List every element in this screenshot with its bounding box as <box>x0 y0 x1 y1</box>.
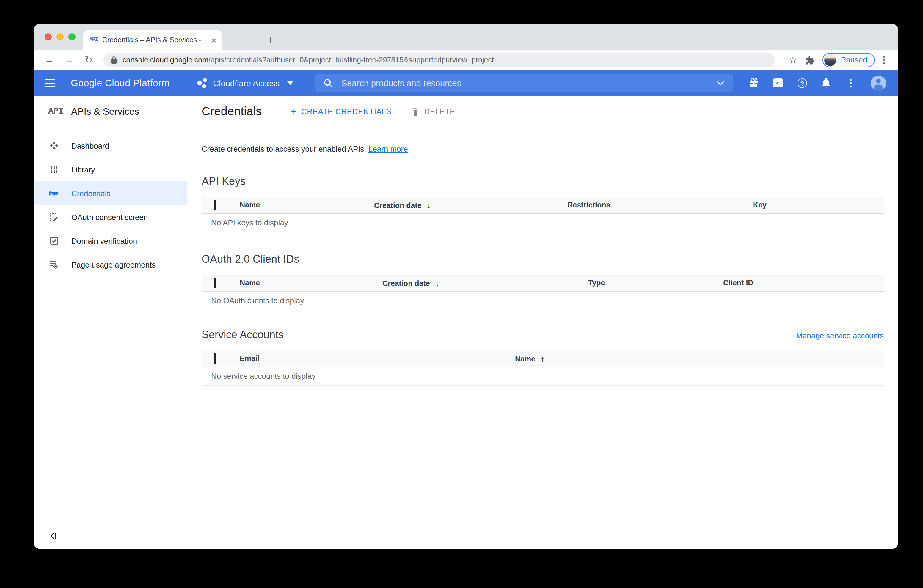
bookmark-star-icon[interactable]: ☆ <box>789 54 797 65</box>
sidebar-item-label: Library <box>71 165 95 174</box>
column-header-creation-date[interactable]: Creation date↓ <box>383 279 588 287</box>
column-header-key[interactable]: Key <box>753 201 884 209</box>
dashboard-icon <box>49 141 59 150</box>
sidebar: API APIs & Services Dashboard Lib <box>34 96 187 549</box>
search-input[interactable] <box>340 77 717 88</box>
sidebar-item-oauth-consent[interactable]: OAuth consent screen <box>34 205 187 229</box>
gcp-search-bar[interactable] <box>315 74 733 92</box>
column-header-name[interactable]: Name <box>240 279 383 287</box>
service-accounts-table-header: Email Name↑ <box>202 350 884 368</box>
api-keys-table: Name Creation date↓ Restrictions Key No … <box>202 197 884 232</box>
column-header-email[interactable]: Email <box>240 354 515 363</box>
back-icon[interactable]: ← <box>42 54 56 65</box>
profile-paused-button[interactable]: Paused <box>823 53 875 67</box>
column-header-restrictions[interactable]: Restrictions <box>567 201 753 209</box>
extensions-puzzle-icon[interactable] <box>805 55 815 64</box>
url-text: console.cloud.google.com/apis/credential… <box>123 56 494 64</box>
gift-icon[interactable] <box>749 78 759 88</box>
oauth-empty-row: No OAuth clients to display <box>202 292 884 310</box>
sidebar-item-page-usage-agreements[interactable]: Page usage agreements <box>34 253 187 276</box>
fullscreen-window-button[interactable] <box>68 33 76 40</box>
page-header: Credentials + CREATE CREDENTIALS DELETE <box>187 96 898 127</box>
gcp-header: Google Cloud Platform Cloudflare Access <box>34 69 898 96</box>
search-icon <box>324 78 333 88</box>
select-all-checkbox[interactable] <box>214 278 216 288</box>
address-bar[interactable]: console.cloud.google.com/apis/credential… <box>103 53 775 67</box>
gcp-brand[interactable]: Google Cloud Platform <box>71 77 169 88</box>
library-icon <box>49 165 59 174</box>
service-accounts-table: Email Name↑ No service accounts to displ… <box>202 350 884 386</box>
sort-asc-arrow-icon: ↑ <box>540 354 544 363</box>
agreements-list-gear-icon <box>49 260 59 269</box>
project-name: Cloudflare Access <box>213 78 279 88</box>
collapse-sidebar-icon[interactable] <box>49 532 57 540</box>
close-window-button[interactable] <box>44 33 52 40</box>
project-selector[interactable]: Cloudflare Access <box>197 77 293 88</box>
service-accounts-heading: Service Accounts <box>202 328 284 342</box>
account-avatar[interactable] <box>870 75 886 91</box>
caret-down-icon <box>287 81 293 85</box>
trash-icon <box>412 107 419 116</box>
browser-tab[interactable]: API Credentials – APIs & Services - × <box>83 30 222 50</box>
sidebar-menu: Dashboard Library Credentials <box>34 127 187 276</box>
minimize-window-button[interactable] <box>56 33 64 40</box>
gcp-more-kebab-icon[interactable] <box>850 79 852 87</box>
sidebar-item-label: Credentials <box>71 189 111 198</box>
plus-icon: + <box>290 107 296 117</box>
tab-close-icon[interactable]: × <box>211 35 217 44</box>
sidebar-title: APIs & Services <box>71 106 139 117</box>
select-all-checkbox[interactable] <box>214 200 216 210</box>
api-keys-table-header: Name Creation date↓ Restrictions Key <box>202 197 884 214</box>
browser-toolbar: ← → ↻ console.cloud.google.com/apis/cred… <box>34 50 898 69</box>
desktop-background: API Credentials – APIs & Services - × + … <box>0 0 923 588</box>
project-hexagons-icon <box>197 77 207 88</box>
page-content: Create credentials to access your enable… <box>187 144 898 386</box>
service-accounts-empty-row: No service accounts to display <box>202 368 884 386</box>
search-expand-chevron-icon[interactable] <box>717 80 724 85</box>
url-domain: console.cloud.google.com <box>123 56 209 64</box>
gcp-header-actions: >_ ? <box>749 69 886 96</box>
sidebar-item-label: Domain verification <box>71 237 137 245</box>
new-tab-button[interactable]: + <box>267 30 274 49</box>
column-header-type[interactable]: Type <box>588 279 723 287</box>
url-path: /apis/credentials?authuser=0&project=bus… <box>209 56 494 64</box>
browser-menu-kebab-icon[interactable] <box>883 56 885 64</box>
sidebar-header: API APIs & Services <box>34 96 187 127</box>
window-controls <box>44 33 76 40</box>
key-icon <box>49 190 59 197</box>
oauth-table: Name Creation date↓ Type Client ID No OA… <box>202 275 884 310</box>
column-header-creation-date[interactable]: Creation date↓ <box>374 200 567 210</box>
lock-icon <box>111 56 117 64</box>
consent-screen-icon <box>49 212 59 222</box>
reload-icon[interactable]: ↻ <box>82 54 96 66</box>
cloud-shell-icon[interactable]: >_ <box>773 79 783 87</box>
delete-button[interactable]: DELETE <box>412 107 455 116</box>
sidebar-item-credentials[interactable]: Credentials <box>34 181 187 205</box>
main-panel: Credentials + CREATE CREDENTIALS DELETE … <box>187 96 898 549</box>
select-all-checkbox[interactable] <box>214 353 216 364</box>
column-header-name[interactable]: Name↑ <box>515 354 884 363</box>
api-logo: API <box>48 107 63 117</box>
hamburger-menu-icon[interactable] <box>44 79 55 87</box>
api-keys-empty-row: No API keys to display <box>202 214 884 232</box>
column-header-name[interactable]: Name <box>240 201 374 209</box>
column-header-client-id[interactable]: Client ID <box>723 279 884 287</box>
help-icon[interactable]: ? <box>798 78 807 88</box>
create-credentials-button[interactable]: + CREATE CREDENTIALS <box>290 107 391 117</box>
learn-more-link[interactable]: Learn more <box>368 145 408 153</box>
manage-service-accounts-link[interactable]: Manage service accounts <box>796 331 884 340</box>
sidebar-item-domain-verification[interactable]: Domain verification <box>34 229 187 253</box>
browser-window: API Credentials – APIs & Services - × + … <box>34 24 898 549</box>
sidebar-item-label: Dashboard <box>71 141 109 150</box>
tab-title: Credentials – APIs & Services - <box>102 36 207 44</box>
oauth-heading: OAuth 2.0 Client IDs <box>202 253 884 266</box>
sort-desc-arrow-icon: ↓ <box>427 200 431 210</box>
notifications-bell-icon[interactable] <box>821 78 831 88</box>
sidebar-item-library[interactable]: Library <box>34 158 187 181</box>
api-keys-heading: API Keys <box>202 175 884 189</box>
oauth-table-header: Name Creation date↓ Type Client ID <box>202 275 884 292</box>
forward-icon: → <box>62 54 76 65</box>
sidebar-item-label: OAuth consent screen <box>71 213 148 222</box>
tab-strip: API Credentials – APIs & Services - × + <box>34 24 898 50</box>
sidebar-item-dashboard[interactable]: Dashboard <box>34 134 187 158</box>
